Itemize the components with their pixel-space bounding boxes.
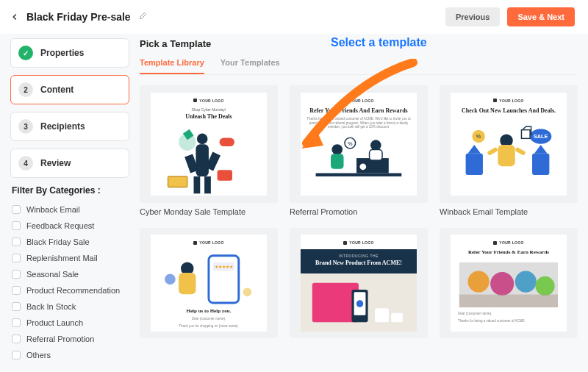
top-bar-right: Previous Save & Next [445, 7, 575, 26]
save-next-button[interactable]: Save & Next [507, 7, 575, 26]
previous-button[interactable]: Previous [445, 7, 500, 26]
checkbox-icon [12, 351, 21, 360]
filter-label: Black Friday Sale [26, 237, 90, 246]
template-thumb: YOUR LOGO ★★★★★ Help us to Help you. Dea… [140, 228, 278, 338]
svg-rect-6 [194, 176, 201, 193]
svg-point-45 [468, 271, 490, 293]
checkbox-icon [12, 286, 21, 295]
svg-point-35 [165, 274, 176, 285]
preview-headline: Unleash The Deals [185, 113, 232, 120]
checkbox-icon [12, 335, 21, 343]
filter-label: Feedback Request [26, 221, 94, 230]
svg-rect-34 [179, 273, 196, 294]
preview-illustration [301, 273, 417, 332]
svg-rect-29 [522, 129, 531, 138]
svg-rect-2 [196, 144, 209, 176]
svg-rect-13 [331, 154, 344, 168]
preview-illustration [455, 258, 562, 312]
svg-rect-42 [375, 309, 389, 323]
filter-seasonal-sale[interactable]: Seasonal Sale [10, 266, 129, 282]
filter-label: Back In Stock [26, 302, 76, 311]
template-thumb: YOUR LOGO Shop Cyber Monday! Unleash The… [140, 85, 278, 203]
filter-black-friday-sale[interactable]: Black Friday Sale [10, 234, 129, 250]
step-properties[interactable]: ✓Properties [10, 38, 129, 68]
template-label: Winback Email Template [440, 207, 578, 216]
template-preview: YOUR LOGO Refer Your Friends And Earn Re… [301, 93, 417, 196]
preview-body: Thanks for being a valued customer of AC… [305, 117, 412, 130]
preview-subtitle: Shop Cyber Monday! [192, 107, 226, 112]
svg-point-41 [356, 301, 363, 307]
template-thumb: YOUR LOGO INTRODUCING THE Brand New Prod… [290, 228, 428, 338]
svg-point-46 [490, 272, 514, 296]
filter-label: Referral Promotion [26, 335, 94, 343]
template-label: Cyber Monday Sale Template [140, 207, 278, 216]
checkbox-icon [12, 237, 21, 246]
filter-back-in-stock[interactable]: Back In Stock [10, 298, 129, 315]
filter-winback-email[interactable]: Winback Email [10, 201, 129, 218]
tab-your-templates[interactable]: Your Templates [220, 54, 280, 74]
step-label: Recipients [40, 121, 85, 132]
template-thumb: YOUR LOGO Refer Your Friends And Earn Re… [290, 85, 428, 203]
svg-rect-9 [220, 137, 234, 146]
svg-rect-15 [370, 149, 383, 160]
svg-text:★★★★★: ★★★★★ [215, 265, 233, 269]
preview-headline: Brand New Product From ACME! [304, 260, 414, 266]
template-preview: YOUR LOGO Refer Your Friends & Earn Rewa… [451, 235, 567, 332]
svg-point-12 [332, 144, 343, 155]
svg-rect-23 [487, 146, 498, 155]
svg-point-48 [535, 276, 554, 296]
tab-template-library[interactable]: Template Library [140, 54, 204, 74]
template-card-product-launch[interactable]: YOUR LOGO INTRODUCING THE Brand New Prod… [290, 228, 428, 338]
step-review[interactable]: 4Review [10, 149, 129, 178]
logo-text: YOUR LOGO [199, 99, 223, 103]
template-preview: YOUR LOGO ★★★★★ Help us to Help you. Dea… [151, 235, 267, 332]
logo-text: YOUR LOGO [349, 99, 373, 103]
step-number: 4 [18, 156, 33, 171]
template-card-cyber-monday[interactable]: YOUR LOGO Shop Cyber Monday! Unleash The… [140, 85, 278, 216]
svg-point-18 [359, 163, 366, 170]
preview-headline: Refer Your Friends And Earn Rewards [309, 107, 407, 114]
back-arrow-icon[interactable] [9, 11, 21, 23]
filter-referral-promotion[interactable]: Referral Promotion [10, 331, 129, 347]
preview-body-line: Dear {customer name}, [192, 317, 226, 321]
filter-label: Product Launch [26, 318, 83, 327]
preview-subtitle: INTRODUCING THE [304, 254, 414, 258]
preview-illustration: SALE% [455, 117, 562, 190]
svg-point-47 [515, 271, 537, 293]
template-card-winback[interactable]: YOUR LOGO Check Out New Launches And Dea… [440, 85, 578, 216]
template-card-feedback[interactable]: YOUR LOGO ★★★★★ Help us to Help you. Dea… [140, 228, 278, 338]
checkbox-icon [12, 221, 21, 230]
preview-headline: Help us to Help you. [187, 308, 232, 314]
checkbox-icon [12, 270, 21, 279]
svg-rect-7 [204, 176, 211, 193]
filter-product-recommendation[interactable]: Product Recommendation [10, 282, 129, 298]
step-recipients[interactable]: 3Recipients [10, 112, 129, 141]
svg-point-14 [370, 140, 381, 151]
content-panel: Pick a Template Template Library Your Te… [140, 38, 578, 363]
svg-point-36 [243, 288, 252, 297]
filter-product-launch[interactable]: Product Launch [10, 315, 129, 331]
template-card-referral[interactable]: YOUR LOGO Refer Your Friends And Earn Re… [290, 85, 428, 216]
step-content[interactable]: 2Content [10, 75, 129, 104]
svg-rect-43 [391, 313, 403, 323]
template-grid: YOUR LOGO Shop Cyber Monday! Unleash The… [140, 85, 578, 338]
template-preview: YOUR LOGO Shop Cyber Monday! Unleash The… [151, 93, 267, 196]
preview-body-line: Thank you for shopping on {store name}. [179, 324, 238, 329]
step-label: Properties [40, 48, 84, 58]
filter-replenishment-mail[interactable]: Replenishment Mail [10, 250, 129, 266]
filter-others[interactable]: Others [10, 347, 129, 363]
filter-feedback-request[interactable]: Feedback Request [10, 218, 129, 234]
svg-rect-8 [168, 176, 187, 187]
preview-headline: Check Out New Launches And Deals. [462, 107, 556, 114]
preview-dark-band: INTRODUCING THE Brand New Product From A… [301, 249, 417, 273]
logo-text: YOUR LOGO [349, 240, 373, 245]
template-preview: YOUR LOGO INTRODUCING THE Brand New Prod… [301, 235, 417, 332]
page-title: Black Friday Pre-sale [26, 11, 131, 23]
step-number: 3 [18, 119, 33, 134]
edit-title-icon[interactable] [138, 12, 148, 22]
template-card-referral-2[interactable]: YOUR LOGO Refer Your Friends & Earn Rewa… [440, 228, 578, 338]
preview-body-line: Dear {customer name}, [455, 312, 562, 316]
template-thumb: YOUR LOGO Check Out New Launches And Dea… [440, 85, 578, 203]
template-preview: YOUR LOGO Check Out New Launches And Dea… [451, 93, 567, 196]
step-label: Content [40, 85, 74, 95]
